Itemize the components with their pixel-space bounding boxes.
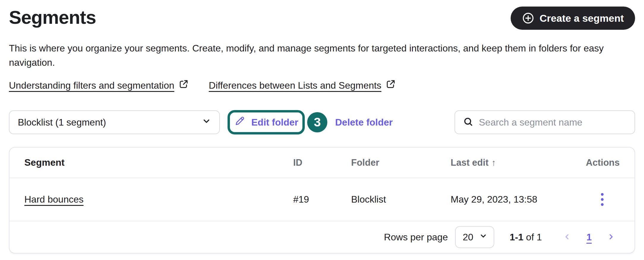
page-description: This is where you organize your segments… <box>9 41 630 70</box>
annotation-step-badge: 3 <box>307 112 327 132</box>
rows-per-page-label: Rows per page <box>384 232 448 243</box>
cell-id: #19 <box>293 194 351 205</box>
plus-circle-icon <box>522 12 534 24</box>
pager: 1 <box>552 229 620 245</box>
segment-name-link[interactable]: Hard bounces <box>24 194 83 205</box>
previous-page-button[interactable] <box>558 230 576 245</box>
pagination-range-total: of 1 <box>526 232 542 242</box>
pagination-range: 1-1 of 1 <box>510 232 542 243</box>
column-header-folder: Folder <box>351 157 451 168</box>
edit-folder-button[interactable]: Edit folder <box>234 115 298 129</box>
cell-actions <box>562 191 620 208</box>
segments-page: Segments Create a segment This is where … <box>0 0 644 260</box>
pagination-range-current: 1-1 <box>510 232 523 242</box>
segment-search <box>454 110 635 134</box>
column-header-actions: Actions <box>562 157 620 168</box>
column-header-label: Last edit <box>451 157 488 168</box>
page-title: Segments <box>9 7 96 28</box>
rows-per-page-select[interactable]: 20 <box>455 226 494 248</box>
chevron-right-icon <box>607 238 615 242</box>
external-link-icon <box>386 79 396 92</box>
cell-folder: Blocklist <box>351 194 451 205</box>
column-header-segment: Segment <box>24 157 293 168</box>
create-segment-label: Create a segment <box>540 12 624 24</box>
link-understanding-filters[interactable]: Understanding filters and segmentation <box>9 79 189 92</box>
page-number-button[interactable]: 1 <box>582 229 596 245</box>
column-header-id: ID <box>293 157 351 168</box>
row-actions-kebab-icon[interactable] <box>599 191 605 208</box>
page-header: Segments Create a segment <box>9 7 635 30</box>
link-label: Understanding filters and segmentation <box>9 80 174 91</box>
edit-folder-label: Edit folder <box>251 117 298 128</box>
table-row: Hard bounces #19 Blocklist May 29, 2023,… <box>10 178 634 221</box>
delete-folder-button[interactable]: Delete folder <box>335 117 393 128</box>
next-page-button[interactable] <box>602 230 620 245</box>
cell-segment: Hard bounces <box>24 194 293 205</box>
search-icon <box>463 116 473 128</box>
external-link-icon <box>179 79 189 92</box>
toolbar: Blocklist (1 segment) Edit folder 3 Dele… <box>9 110 635 134</box>
folder-select-value: Blocklist (1 segment) <box>18 117 106 128</box>
cell-last-edit: May 29, 2023, 13:58 <box>451 194 562 205</box>
chevron-left-icon <box>563 238 572 242</box>
segments-table: Segment ID Folder Last edit↑ Actions Har… <box>9 147 635 253</box>
folder-select[interactable]: Blocklist (1 segment) <box>9 110 220 134</box>
chevron-down-icon <box>201 116 211 129</box>
link-label: Differences between Lists and Segments <box>209 80 381 91</box>
doc-links: Understanding filters and segmentation D… <box>9 79 635 92</box>
create-segment-button[interactable]: Create a segment <box>511 7 635 30</box>
link-lists-vs-segments[interactable]: Differences between Lists and Segments <box>209 79 396 92</box>
sort-asc-icon: ↑ <box>491 158 496 167</box>
chevron-down-icon <box>479 231 488 243</box>
rows-per-page-value: 20 <box>463 232 473 243</box>
annotation-highlight: Edit folder <box>228 110 305 134</box>
pencil-icon <box>234 115 245 129</box>
column-header-last-edit[interactable]: Last edit↑ <box>451 157 562 168</box>
table-header-row: Segment ID Folder Last edit↑ Actions <box>10 148 634 178</box>
table-footer: Rows per page 20 1-1 of 1 <box>10 221 634 253</box>
search-input[interactable] <box>479 117 627 128</box>
